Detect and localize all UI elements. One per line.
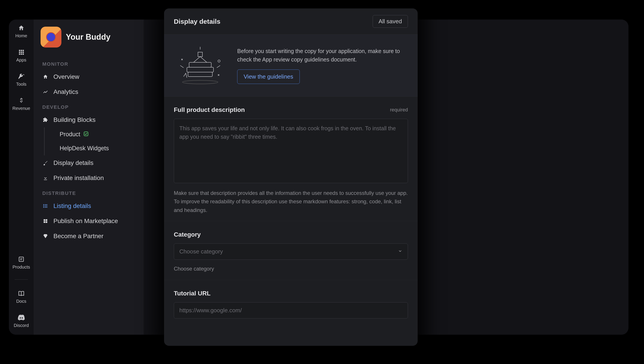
svg-rect-23	[46, 221, 47, 223]
svg-rect-7	[21, 54, 22, 55]
diamond-icon	[42, 233, 48, 239]
discord-icon	[17, 314, 25, 322]
nav-label: Publish on Marketplace	[54, 218, 118, 225]
rail-label: Products	[13, 265, 30, 270]
svg-point-32	[218, 60, 220, 62]
rail-item-tools[interactable]: Tools	[16, 72, 26, 87]
section-category: Category Choose category Choose category	[164, 221, 418, 280]
tutorial-url-input[interactable]	[174, 302, 408, 318]
description-helper: Make sure that description provides all …	[174, 189, 408, 214]
nav-rail: Home Apps Tools	[9, 20, 34, 335]
wrench-icon	[17, 72, 25, 80]
nav-label: Building Blocks	[54, 116, 96, 123]
all-saved-button[interactable]: All saved	[373, 15, 408, 28]
nav-item-listing-details[interactable]: Listing details	[34, 199, 144, 214]
brush-icon	[42, 160, 48, 166]
grid-icon	[42, 218, 48, 224]
svg-point-17	[44, 205, 44, 205]
section-label-monitor: MONITOR	[34, 56, 144, 69]
app-title: Your Buddy	[66, 32, 110, 42]
products-icon	[17, 255, 25, 263]
nav-item-become-partner[interactable]: Become a Partner	[34, 229, 144, 244]
svg-rect-4	[21, 52, 22, 53]
nav-label: HelpDesk Widgets	[60, 145, 109, 152]
nav-label: Become a Partner	[54, 233, 104, 240]
nav-item-publish-marketplace[interactable]: Publish on Marketplace	[34, 214, 144, 229]
section-label-develop: DEVELOP	[34, 99, 144, 112]
category-select[interactable]: Choose category	[174, 244, 408, 260]
sidebar: Your Buddy MONITOR Overview Analytics DE…	[34, 20, 144, 335]
sub-item-product[interactable]: Product	[44, 127, 144, 141]
svg-rect-28	[198, 52, 202, 57]
svg-rect-8	[22, 54, 24, 55]
svg-rect-25	[188, 72, 212, 77]
category-helper: Choose category	[174, 265, 408, 273]
svg-rect-6	[19, 54, 20, 55]
svg-point-24	[182, 80, 218, 84]
rail-label: Docs	[16, 299, 26, 304]
svg-rect-3	[19, 52, 20, 53]
rail-label: Revenue	[12, 106, 30, 111]
nav-label: Listing details	[54, 203, 91, 210]
button-label: View the guidelines	[244, 73, 293, 80]
svg-rect-20	[44, 219, 45, 221]
app-logo	[40, 27, 62, 48]
svg-point-18	[44, 206, 44, 206]
chevron-down-icon	[398, 249, 402, 255]
description-textarea[interactable]	[174, 119, 408, 183]
modal-display-details: Display details All saved	[164, 9, 418, 346]
nav-item-overview[interactable]: Overview	[34, 69, 144, 84]
section-label-distribute: DISTRIBUTE	[34, 186, 144, 199]
nav-item-private-installation[interactable]: Private installation	[34, 170, 144, 186]
rail-label: Discord	[14, 323, 29, 328]
rail-item-docs[interactable]: Docs	[16, 289, 26, 304]
home-icon	[17, 24, 25, 32]
nav-item-building-blocks[interactable]: Building Blocks	[34, 112, 144, 127]
svg-rect-5	[22, 52, 24, 53]
check-icon	[83, 131, 89, 138]
rail-label: Home	[15, 33, 27, 38]
svg-rect-2	[22, 50, 24, 51]
svg-rect-27	[189, 62, 211, 67]
apps-grid-icon	[17, 48, 25, 56]
nav-item-analytics[interactable]: Analytics	[34, 84, 144, 99]
svg-point-19	[44, 207, 44, 208]
svg-rect-13	[84, 132, 88, 136]
rail-item-home[interactable]: Home	[15, 24, 27, 38]
puzzle-icon	[42, 117, 48, 123]
svg-line-31	[217, 66, 220, 68]
list-icon	[42, 203, 48, 209]
rail-item-discord[interactable]: Discord	[14, 314, 29, 328]
svg-rect-9	[19, 257, 24, 261]
svg-rect-0	[19, 50, 20, 51]
svg-rect-26	[187, 67, 214, 72]
required-tag: required	[390, 107, 408, 113]
download-icon	[42, 175, 48, 181]
nav-item-display-details[interactable]: Display details	[34, 155, 144, 170]
section-description: Full product description required Make s…	[164, 97, 418, 221]
svg-rect-22	[44, 221, 45, 223]
nav-label: Analytics	[54, 88, 78, 95]
app-header: Your Buddy	[34, 27, 144, 56]
view-guidelines-button[interactable]: View the guidelines	[237, 70, 300, 84]
nav-label: Display details	[54, 159, 94, 166]
nav-label: Product	[60, 131, 80, 138]
home-icon	[42, 74, 48, 80]
sub-item-helpdesk-widgets[interactable]: HelpDesk Widgets	[44, 141, 144, 155]
saved-label: All saved	[379, 18, 402, 25]
nav-label: Overview	[54, 73, 79, 80]
select-placeholder: Choose category	[179, 248, 223, 255]
section-tutorial: Tutorial URL	[164, 280, 418, 325]
svg-rect-21	[46, 219, 47, 221]
nav-label: Private installation	[54, 174, 104, 181]
rail-item-apps[interactable]: Apps	[16, 48, 26, 63]
dollar-icon	[17, 97, 25, 105]
modal-title: Display details	[174, 18, 220, 25]
svg-rect-1	[21, 50, 22, 51]
rail-item-revenue[interactable]: Revenue	[12, 97, 30, 111]
description-label: Full product description	[174, 106, 245, 113]
tutorial-label: Tutorial URL	[174, 290, 210, 297]
book-icon	[17, 289, 25, 297]
rail-item-products[interactable]: Products	[13, 255, 30, 270]
guideline-illustration	[174, 44, 226, 87]
